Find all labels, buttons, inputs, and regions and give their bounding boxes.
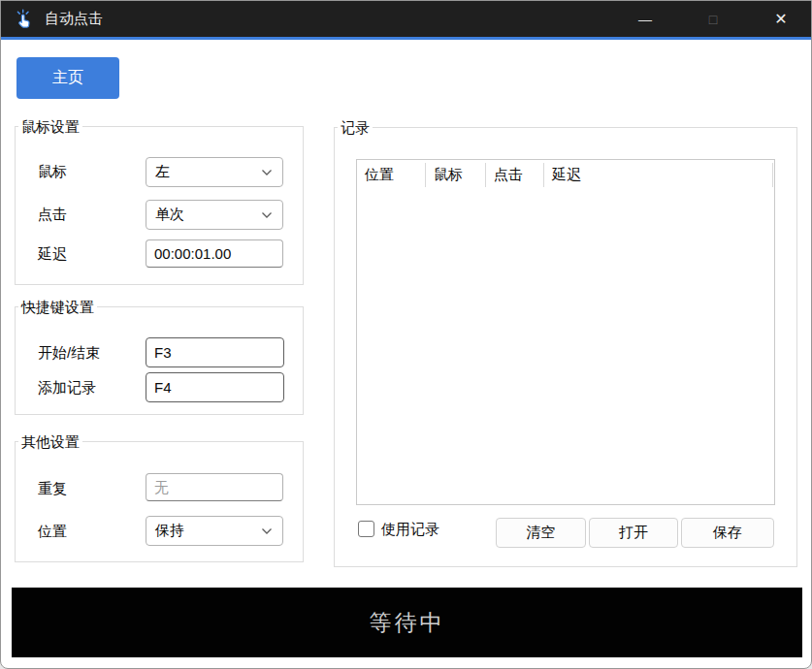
chevron-down-icon bbox=[261, 527, 273, 535]
add-record-hotkey-input[interactable] bbox=[146, 372, 284, 402]
click-type-label: 点击 bbox=[38, 206, 67, 224]
mouse-settings-group: 鼠标设置 鼠标 左 点击 单次 延迟 bbox=[15, 126, 304, 285]
use-records-label: 使用记录 bbox=[381, 521, 439, 539]
minimize-icon[interactable]: — bbox=[623, 1, 667, 37]
hotkey-settings-group: 快捷键设置 开始/结束 添加记录 bbox=[15, 306, 304, 415]
maximize-icon[interactable]: □ bbox=[691, 1, 735, 37]
mouse-button-label: 鼠标 bbox=[38, 163, 67, 181]
clear-button[interactable]: 清空 bbox=[496, 518, 586, 548]
position-label: 位置 bbox=[38, 523, 67, 541]
position-value: 保持 bbox=[155, 522, 184, 540]
window-title: 自动点击 bbox=[45, 10, 103, 28]
chevron-down-icon bbox=[261, 211, 273, 219]
records-group: 记录 位置 鼠标 点击 延迟 使用记录 清空 打开 保存 bbox=[334, 127, 797, 567]
close-icon[interactable]: ✕ bbox=[759, 1, 803, 37]
status-text: 等待中 bbox=[370, 608, 445, 638]
column-header-mouse[interactable]: 鼠标 bbox=[426, 163, 486, 187]
click-type-select[interactable]: 单次 bbox=[146, 200, 283, 230]
records-table-header: 位置 鼠标 点击 延迟 bbox=[357, 160, 774, 187]
app-window: 自动点击 — □ ✕ 主页 鼠标设置 鼠标 左 点击 单次 延迟 快捷键设置 开… bbox=[0, 0, 812, 669]
position-select[interactable]: 保持 bbox=[146, 516, 283, 546]
open-button[interactable]: 打开 bbox=[589, 518, 678, 548]
column-header-delay[interactable]: 延迟 bbox=[544, 163, 773, 187]
delay-label: 延迟 bbox=[38, 245, 67, 264]
repeat-input[interactable] bbox=[146, 473, 283, 501]
save-button[interactable]: 保存 bbox=[681, 518, 774, 548]
column-header-click[interactable]: 点击 bbox=[486, 163, 544, 187]
use-records-checkbox[interactable] bbox=[358, 521, 374, 537]
other-settings-legend: 其他设置 bbox=[18, 432, 82, 451]
hand-click-icon bbox=[14, 9, 35, 30]
delay-input[interactable] bbox=[146, 239, 283, 268]
other-settings-group: 其他设置 重复 位置 保持 bbox=[15, 441, 304, 562]
mouse-button-value: 左 bbox=[155, 163, 170, 181]
window-controls: — □ ✕ bbox=[600, 1, 811, 37]
click-type-value: 单次 bbox=[155, 206, 184, 224]
mouse-button-select[interactable]: 左 bbox=[146, 157, 283, 187]
start-stop-label: 开始/结束 bbox=[38, 344, 100, 363]
mouse-settings-legend: 鼠标设置 bbox=[18, 117, 82, 136]
hotkey-settings-legend: 快捷键设置 bbox=[18, 298, 97, 316]
records-legend: 记录 bbox=[338, 118, 373, 137]
column-header-position[interactable]: 位置 bbox=[357, 163, 426, 187]
chevron-down-icon bbox=[261, 169, 273, 176]
records-table[interactable]: 位置 鼠标 点击 延迟 bbox=[356, 159, 775, 505]
titlebar: 自动点击 — □ ✕ bbox=[1, 1, 811, 37]
start-stop-hotkey-input[interactable] bbox=[146, 337, 284, 367]
accent-divider bbox=[1, 37, 811, 40]
status-bar: 等待中 bbox=[12, 588, 802, 657]
home-tab-button[interactable]: 主页 bbox=[16, 57, 119, 99]
add-record-label: 添加记录 bbox=[38, 379, 96, 398]
repeat-label: 重复 bbox=[38, 480, 67, 498]
